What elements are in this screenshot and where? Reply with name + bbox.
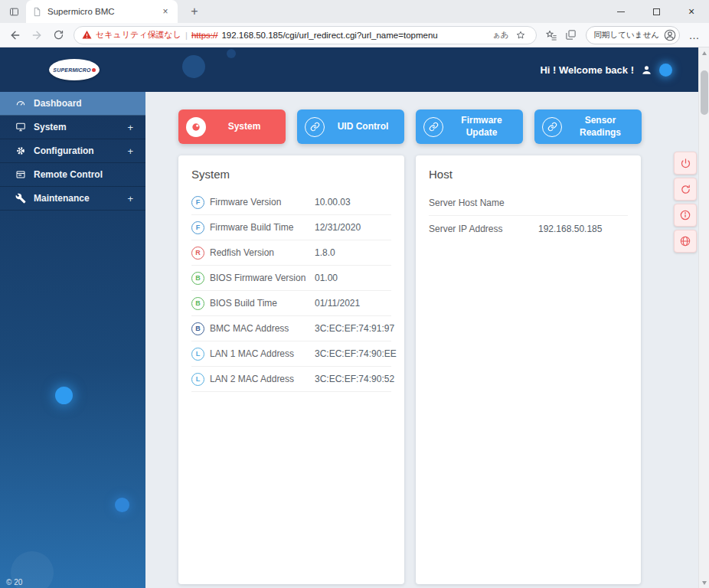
welcome-message: Hi ! Welcome back ! — [540, 64, 634, 76]
globe-icon — [679, 235, 691, 247]
info-button[interactable] — [674, 204, 697, 227]
back-button[interactable] — [5, 24, 26, 46]
copyright-fragment: © 20 — [6, 578, 22, 586]
info-icon — [679, 209, 691, 221]
maximize-icon — [653, 8, 660, 15]
tab-close-icon[interactable]: × — [159, 5, 172, 18]
decorative-dot — [659, 64, 672, 77]
row-label: Redfish Version — [210, 247, 315, 258]
expand-indicator: + — [127, 193, 133, 204]
new-tab-button[interactable]: + — [185, 3, 204, 20]
user-icon[interactable] — [641, 64, 652, 76]
row-value: 1.8.0 — [315, 247, 335, 258]
main-content: System UID Control Firmware Update Senso… — [145, 92, 698, 588]
power-control-button[interactable] — [674, 152, 697, 175]
table-row: B BMC MAC Address 3C:EC:EF:74:91:97 — [191, 316, 391, 341]
brand-text: SUPERMICRO — [53, 67, 90, 73]
row-label: Server Host Name — [429, 198, 538, 208]
row-label: BIOS Build Time — [210, 298, 315, 309]
app-header: SUPERMICRO Hi ! Welcome back ! — [0, 47, 698, 92]
table-row: F Firmware Build Time 12/31/2020 — [191, 215, 391, 240]
sidebar-item-label: Remote Control — [34, 169, 103, 180]
sidebar: Dashboard System + Configuration + Remot… — [0, 92, 145, 588]
add-favorite-star-icon[interactable] — [513, 28, 528, 43]
expand-indicator: + — [127, 145, 133, 157]
sidebar-item-configuration[interactable]: Configuration + — [0, 139, 145, 163]
sidebar-item-system[interactable]: System + — [0, 116, 145, 139]
refresh-button[interactable] — [47, 24, 69, 46]
scroll-down-icon[interactable] — [699, 577, 709, 588]
firmware-badge-icon: F — [191, 221, 204, 234]
row-value: 01.00 — [315, 273, 338, 283]
scrollbar-thumb[interactable] — [701, 70, 708, 115]
address-bar[interactable]: セキュリティ保護なし | https:// 192.168.50.185/cgi… — [74, 26, 537, 44]
bmc-page: SUPERMICRO Hi ! Welcome back ! Dashboard — [0, 47, 709, 588]
bmc-badge-icon: B — [191, 322, 204, 335]
host-card: Host Server Host Name Server IP Address … — [416, 155, 641, 584]
bios-badge-icon: B — [191, 297, 204, 310]
quick-button-label: Sensor Readings — [567, 115, 634, 139]
table-row: Server IP Address 192.168.50.185 — [429, 216, 628, 242]
row-label: LAN 1 MAC Address — [210, 348, 315, 359]
tab-actions-icon[interactable] — [5, 3, 22, 20]
window-maximize-button[interactable] — [639, 0, 674, 23]
redfish-badge-icon: R — [191, 247, 204, 260]
quick-button-firmware-update[interactable]: Firmware Update — [416, 109, 523, 144]
host-card-title: Host — [429, 168, 628, 181]
browser-tab[interactable]: Supermicro BMC × — [26, 0, 178, 23]
console-icon — [15, 169, 34, 180]
profile-avatar-icon — [663, 28, 677, 42]
row-label: Firmware Version — [210, 197, 315, 207]
row-value: 10.00.03 — [315, 197, 351, 207]
forward-button[interactable] — [26, 24, 47, 46]
table-row: R Redfish Version 1.8.0 — [191, 240, 391, 266]
favorites-icon[interactable] — [541, 25, 561, 45]
quick-button-sensor-readings[interactable]: Sensor Readings — [534, 109, 642, 144]
page-favicon-icon — [32, 7, 42, 17]
window-controls: × — [603, 0, 709, 23]
reset-button[interactable] — [674, 178, 697, 201]
decorative-dot — [227, 49, 236, 58]
browser-menu-button[interactable]: … — [684, 25, 704, 45]
profile-sync-button[interactable]: 同期していません — [586, 26, 680, 44]
sidebar-item-label: Maintenance — [34, 193, 90, 204]
table-row: L LAN 1 MAC Address 3C:EC:EF:74:90:EE — [191, 341, 391, 367]
table-row: F Firmware Version 10.00.03 — [191, 190, 391, 215]
quick-buttons-row: System UID Control Firmware Update Senso… — [178, 109, 642, 144]
tab-title: Supermicro BMC — [47, 7, 154, 16]
language-button[interactable] — [674, 230, 697, 253]
quick-button-system[interactable]: System — [178, 109, 286, 144]
row-value: 3C:EC:EF:74:91:97 — [315, 323, 394, 334]
window-minimize-button[interactable] — [603, 0, 639, 23]
sidebar-item-label: Dashboard — [34, 98, 82, 109]
table-row: B BIOS Build Time 01/11/2021 — [191, 291, 391, 316]
row-label: LAN 2 MAC Address — [210, 374, 315, 384]
power-icon — [680, 158, 691, 169]
welcome-area: Hi ! Welcome back ! — [540, 47, 672, 92]
sidebar-item-dashboard[interactable]: Dashboard — [0, 92, 145, 116]
read-aloud-icon[interactable]: ぁあ — [492, 30, 509, 41]
refresh-icon — [680, 184, 691, 195]
row-label: Firmware Build Time — [210, 222, 315, 233]
decorative-dot — [182, 55, 205, 78]
logo-red-dot — [92, 68, 96, 72]
table-row: L LAN 2 MAC Address 3C:EC:EF:74:90:52 — [191, 367, 391, 392]
sidebar-item-remote-control[interactable]: Remote Control — [0, 163, 145, 187]
scroll-up-icon[interactable] — [699, 47, 709, 58]
row-value: 12/31/2020 — [315, 222, 361, 233]
quick-button-label: System — [211, 121, 278, 133]
window-close-button[interactable]: × — [674, 0, 709, 23]
row-value: 192.168.50.185 — [538, 224, 602, 234]
table-row: B BIOS Firmware Version 01.00 — [191, 266, 391, 291]
wrench-icon — [15, 193, 34, 204]
security-warning-icon[interactable] — [82, 30, 92, 40]
minimize-icon — [617, 11, 625, 12]
lan-badge-icon: L — [191, 348, 204, 361]
quick-button-uid-control[interactable]: UID Control — [297, 109, 404, 144]
gear-icon — [15, 145, 34, 156]
sidebar-item-label: Configuration — [34, 145, 94, 156]
sidebar-item-maintenance[interactable]: Maintenance + — [0, 187, 145, 211]
link-icon — [305, 117, 325, 137]
collections-icon[interactable] — [561, 25, 581, 45]
page-scrollbar[interactable] — [698, 47, 709, 588]
